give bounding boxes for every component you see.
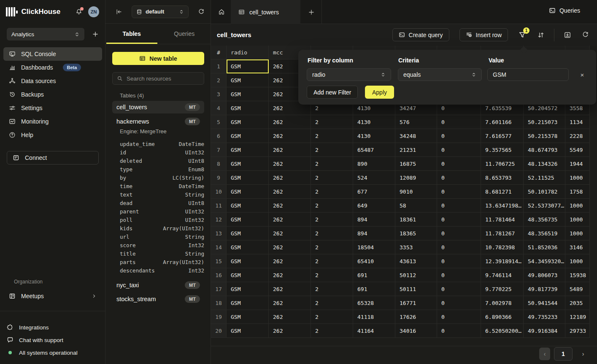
- data-cell[interactable]: 0: [437, 282, 481, 296]
- add-new-filter-button[interactable]: Add new Filter: [307, 86, 358, 99]
- data-cell[interactable]: 29733: [565, 324, 590, 338]
- data-cell[interactable]: 2: [311, 282, 353, 296]
- data-cell[interactable]: 9.357565: [481, 143, 524, 157]
- insert-row-button[interactable]: Insert row: [459, 28, 508, 41]
- data-cell[interactable]: GSM: [227, 282, 269, 296]
- data-cell[interactable]: 0: [437, 199, 481, 213]
- data-cell[interactable]: 2: [311, 143, 353, 157]
- avatar[interactable]: ZN: [88, 6, 99, 17]
- data-cell[interactable]: 1000: [565, 213, 590, 226]
- data-cell[interactable]: 6.52050200…: [481, 324, 524, 338]
- data-cell[interactable]: 11.706725: [481, 157, 524, 171]
- data-cell[interactable]: 262: [269, 157, 311, 171]
- data-cell[interactable]: 11.781464: [481, 213, 524, 226]
- data-cell[interactable]: 48.356519: [524, 226, 565, 240]
- data-cell[interactable]: 50.941544: [524, 296, 565, 310]
- data-cell[interactable]: 12.3918914…: [481, 254, 524, 268]
- table-list-item-stocks-stream[interactable]: stocks_stream MT: [112, 293, 204, 305]
- data-cell[interactable]: 16771: [395, 296, 437, 310]
- data-cell[interactable]: 50.215073: [524, 115, 565, 129]
- data-cell[interactable]: 17626: [395, 310, 437, 324]
- data-cell[interactable]: GSM: [227, 240, 269, 254]
- data-cell[interactable]: 2: [311, 226, 353, 240]
- filter-criteria-select[interactable]: equals: [398, 68, 482, 81]
- data-cell[interactable]: GSM: [227, 171, 269, 185]
- data-cell[interactable]: GSM: [227, 185, 269, 199]
- data-cell[interactable]: 16875: [395, 157, 437, 171]
- table-list-item-nyc-taxi[interactable]: nyc_taxi MT: [112, 279, 204, 291]
- database-select[interactable]: default: [132, 5, 189, 18]
- data-cell[interactable]: 3146: [565, 240, 590, 254]
- home-icon[interactable]: [216, 6, 227, 18]
- data-cell[interactable]: 0: [437, 226, 481, 240]
- search-resources-box[interactable]: [112, 72, 204, 85]
- data-cell[interactable]: 18504: [353, 240, 395, 254]
- data-cell[interactable]: 65410: [353, 254, 395, 268]
- data-cell[interactable]: 49.735233: [524, 310, 565, 324]
- data-cell[interactable]: 0: [437, 254, 481, 268]
- system-status[interactable]: All systems operational: [7, 346, 99, 359]
- data-cell[interactable]: 4130: [353, 129, 395, 143]
- data-cell[interactable]: GSM: [227, 59, 269, 73]
- connect-button[interactable]: Connect: [7, 151, 99, 164]
- sidebar-item-monitoring[interactable]: Monitoring: [3, 115, 102, 128]
- data-cell[interactable]: 2: [311, 324, 353, 338]
- data-cell[interactable]: 2: [311, 213, 353, 226]
- data-cell[interactable]: GSM: [227, 268, 269, 282]
- data-cell[interactable]: 58: [395, 199, 437, 213]
- data-cell[interactable]: 10.782398: [481, 240, 524, 254]
- data-cell[interactable]: 7.616577: [481, 129, 524, 143]
- data-cell[interactable]: 2: [311, 157, 353, 171]
- data-cell[interactable]: 7.601166: [481, 115, 524, 129]
- sidebar-item-backups[interactable]: Backups: [3, 88, 102, 101]
- tab-cell-towers[interactable]: cell_towers: [231, 0, 300, 24]
- sidebar-item-meetups[interactable]: Meetups: [3, 290, 102, 302]
- data-cell[interactable]: 49.817739: [524, 282, 565, 296]
- create-query-button[interactable]: Create query: [392, 28, 449, 41]
- data-cell[interactable]: 1134: [565, 115, 590, 129]
- data-cell[interactable]: 49.806073: [524, 268, 565, 282]
- next-page-button[interactable]: ›: [578, 348, 589, 360]
- data-cell[interactable]: 65328: [353, 296, 395, 310]
- data-cell[interactable]: 41164: [353, 324, 395, 338]
- data-cell[interactable]: 894: [353, 226, 395, 240]
- data-cell[interactable]: 2035: [565, 296, 590, 310]
- sidebar-item-chat-support[interactable]: Chat with support: [7, 334, 99, 346]
- data-cell[interactable]: 0: [437, 171, 481, 185]
- data-cell[interactable]: 11.781267: [481, 226, 524, 240]
- download-icon[interactable]: [563, 31, 572, 39]
- data-cell[interactable]: 6.890366: [481, 310, 524, 324]
- workspace-select[interactable]: Analytics: [7, 28, 84, 40]
- apply-filter-button[interactable]: Apply: [365, 86, 394, 99]
- data-cell[interactable]: 894: [353, 213, 395, 226]
- data-cell[interactable]: 50.215378: [524, 129, 565, 143]
- data-cell[interactable]: 9.770225: [481, 282, 524, 296]
- data-cell[interactable]: 1000: [565, 254, 590, 268]
- data-cell[interactable]: 262: [269, 310, 311, 324]
- data-cell[interactable]: 48.674793: [524, 143, 565, 157]
- data-cell[interactable]: 649: [353, 199, 395, 213]
- data-cell[interactable]: 7.002978: [481, 296, 524, 310]
- prev-page-button[interactable]: ‹: [539, 348, 550, 360]
- data-cell[interactable]: 34016: [395, 324, 437, 338]
- data-cell[interactable]: 0: [437, 310, 481, 324]
- data-cell[interactable]: 2228: [565, 129, 590, 143]
- data-cell[interactable]: 49.916384: [524, 324, 565, 338]
- data-cell[interactable]: 18365: [395, 226, 437, 240]
- data-cell[interactable]: 576: [395, 115, 437, 129]
- data-cell[interactable]: 2: [311, 296, 353, 310]
- data-cell[interactable]: 3353: [395, 240, 437, 254]
- data-cell[interactable]: 262: [269, 282, 311, 296]
- tab-queries[interactable]: Queries: [158, 24, 211, 44]
- data-cell[interactable]: GSM: [227, 324, 269, 338]
- data-cell[interactable]: 0: [437, 115, 481, 129]
- data-cell[interactable]: 2: [311, 115, 353, 129]
- filter-value-input[interactable]: [487, 68, 569, 81]
- data-cell[interactable]: 8.653793: [481, 171, 524, 185]
- data-cell[interactable]: 262: [269, 171, 311, 185]
- data-cell[interactable]: 1000: [565, 199, 590, 213]
- data-cell[interactable]: 1944: [565, 157, 590, 171]
- data-cell[interactable]: GSM: [227, 213, 269, 226]
- refresh-panel-icon[interactable]: [198, 8, 205, 15]
- data-cell[interactable]: 50.101782: [524, 185, 565, 199]
